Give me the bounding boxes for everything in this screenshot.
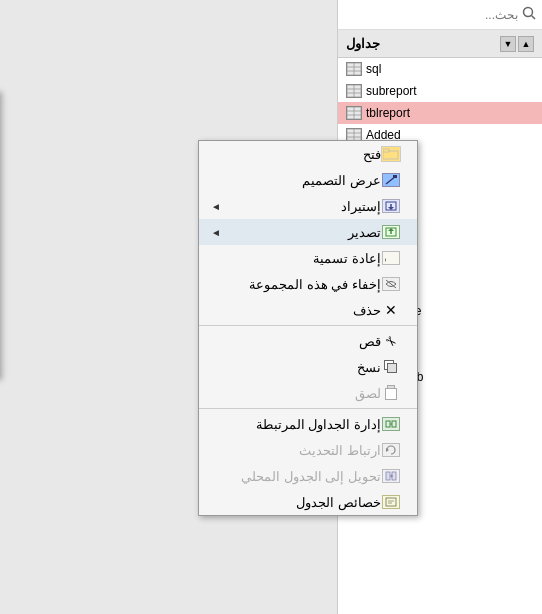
menu-separator [199,325,417,326]
search-bar [338,0,542,30]
menu-item-text: إعادة تسمية [207,251,381,266]
menu-item-text: تحويل إلى الجدول المحلي [207,469,381,484]
menu-item-text: إخفاء في هذه المجموعة [207,277,381,292]
context-menu-item-convert: تحويل إلى الجدول المحلي [199,463,417,489]
table-icon [346,106,362,120]
svg-rect-87 [392,421,396,427]
table-item-name: subreport [366,84,417,98]
table-icon [346,62,362,76]
context-menu-item-delete[interactable]: ✕حذف [199,297,417,323]
copy-icon [384,360,398,374]
menu-separator [199,408,417,409]
context-menu-item-design[interactable]: عرض التصميم [199,167,417,193]
context-menu-item-import[interactable]: إستيراد◄ [199,193,417,219]
cut-menu-icon: ✂ [381,331,401,351]
menu-item-text: فتح [207,147,381,162]
menu-item-text: لصق [207,386,381,401]
hide-icon [382,277,400,291]
rename-menu-icon: ab [381,248,401,268]
refresh-icon [382,443,400,457]
manage-menu-icon [381,414,401,434]
menu-item-text: حذف [207,303,381,318]
search-icon [522,6,536,23]
svg-line-1 [532,16,536,20]
context-menu-item-open[interactable]: فتح [199,141,417,167]
rename-icon: ab [382,251,400,265]
svg-rect-94 [386,498,396,506]
svg-rect-90 [386,472,390,480]
table-icon [346,84,362,98]
scroll-down-button[interactable]: ▼ [500,36,516,52]
import-icon [382,199,400,213]
menu-item-text: إستيراد [221,199,381,214]
tables-header-label: جداول [346,36,380,51]
manage-icon [382,417,400,431]
copy-menu-icon [381,357,401,377]
context-menu-item-properties[interactable]: خصائص الجدول [199,489,417,515]
refresh-menu-icon [381,440,401,460]
export-menu-icon [381,222,401,242]
menu-item-text: خصائص الجدول [207,495,381,510]
menu-item-text: تصدير [221,225,381,240]
svg-rect-86 [386,421,390,427]
context-menu-item-refresh: ارتباط التحديث [199,437,417,463]
menu-item-text: إدارة الجداول المرتبطة [207,417,381,432]
tables-header: ▲ ▼ جداول [338,30,542,58]
delete-icon: ✕ [385,302,397,318]
svg-point-0 [524,8,533,17]
design-icon [382,173,400,187]
context-menu-item-export[interactable]: تصدير◄ [199,219,417,245]
table-item[interactable]: tblreport [338,102,542,124]
context-menu-item-paste: لصق [199,380,417,406]
context-menu-item-cut[interactable]: ✂قص [199,328,417,354]
svg-rect-75 [383,149,389,152]
cut-icon: ✂ [382,332,400,350]
context-menu-item-manage[interactable]: إدارة الجداول المرتبطة [199,411,417,437]
table-item[interactable]: sql [338,58,542,80]
table-item[interactable]: subreport [338,80,542,102]
properties-menu-icon [381,492,401,512]
menu-item-text: ارتباط التحديث [207,443,381,458]
hide-menu-icon [381,274,401,294]
paste-icon [384,385,398,401]
search-input[interactable] [344,8,518,22]
properties-icon [382,495,400,509]
context-menu-item-rename[interactable]: abإعادة تسمية [199,245,417,271]
context-menu: فتحعرض التصميمإستيراد◄تصدير◄abإعادة تسمي… [198,140,418,516]
table-item-name: tblreport [366,106,410,120]
paste-menu-icon [381,383,401,403]
header-arrows: ▲ ▼ [500,36,534,52]
open-icon [381,146,401,162]
export-icon [382,225,400,239]
design-menu-icon [381,170,401,190]
scroll-up-button[interactable]: ▲ [518,36,534,52]
svg-rect-77 [393,175,397,178]
menu-item-text: نسخ [207,360,381,375]
convert-icon [382,469,400,483]
convert-menu-icon [381,466,401,486]
menu-item-text: قص [207,334,381,349]
folder-open-menu-icon [381,144,401,164]
svg-text:ab: ab [385,255,386,263]
main-container: ▲ ▼ جداول sql subreport tblreport Added … [0,0,542,614]
delete-menu-icon: ✕ [381,300,401,320]
table-item-name: sql [366,62,381,76]
submenu-arrow: ◄ [211,201,221,212]
import-menu-icon [381,196,401,216]
context-menu-item-hide[interactable]: إخفاء في هذه المجموعة [199,271,417,297]
submenu-arrow: ◄ [211,227,221,238]
context-menu-item-copy[interactable]: نسخ [199,354,417,380]
menu-item-text: عرض التصميم [207,173,381,188]
